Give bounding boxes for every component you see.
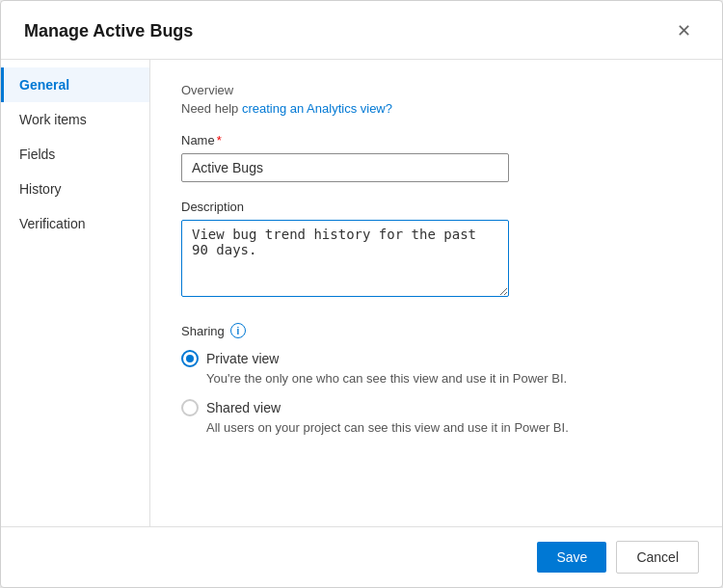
sidebar-item-fields[interactable]: Fields [1, 137, 149, 172]
sidebar-item-general[interactable]: General [1, 67, 149, 102]
dialog-footer: Save Cancel [1, 526, 722, 587]
sidebar-item-history[interactable]: History [1, 172, 149, 206]
name-input[interactable] [181, 153, 509, 182]
private-view-option: Private view You're the only one who can… [181, 350, 691, 386]
required-star: * [217, 133, 222, 147]
close-button[interactable]: ✕ [669, 18, 699, 43]
description-label: Description [181, 200, 691, 214]
private-view-radio[interactable] [181, 350, 199, 367]
description-field-group: Description View bug trend history for t… [181, 200, 691, 300]
name-field-group: Name* [181, 133, 691, 182]
save-button[interactable]: Save [537, 542, 606, 573]
manage-active-bugs-dialog: Manage Active Bugs ✕ General Work items … [0, 0, 723, 588]
content-area: Overview Need help creating an Analytics… [150, 60, 722, 526]
description-textarea[interactable]: View bug trend history for the past 90 d… [181, 220, 509, 297]
dialog-header: Manage Active Bugs ✕ [1, 1, 722, 60]
shared-view-description: All users on your project can see this v… [206, 420, 691, 435]
sharing-section: Sharing i Private view You're the only o… [181, 323, 691, 435]
help-text: Need help creating an Analytics view? [181, 101, 691, 116]
overview-label: Overview [181, 83, 691, 97]
shared-view-label: Shared view [206, 400, 281, 415]
sidebar-item-work-items[interactable]: Work items [1, 102, 149, 137]
cancel-button[interactable]: Cancel [616, 541, 699, 574]
sidebar: General Work items Fields History Verifi… [1, 60, 150, 526]
private-view-description: You're the only one who can see this vie… [206, 371, 691, 386]
name-label: Name* [181, 133, 691, 147]
sharing-label: Sharing i [181, 323, 691, 338]
sidebar-item-verification[interactable]: Verification [1, 206, 149, 241]
help-link[interactable]: creating an Analytics view? [242, 101, 392, 116]
shared-view-radio[interactable] [181, 399, 199, 416]
sharing-info-icon[interactable]: i [230, 323, 246, 338]
private-view-label: Private view [206, 351, 279, 366]
dialog-title: Manage Active Bugs [24, 21, 193, 41]
shared-view-option: Shared view All users on your project ca… [181, 399, 691, 435]
dialog-body: General Work items Fields History Verifi… [1, 60, 722, 526]
